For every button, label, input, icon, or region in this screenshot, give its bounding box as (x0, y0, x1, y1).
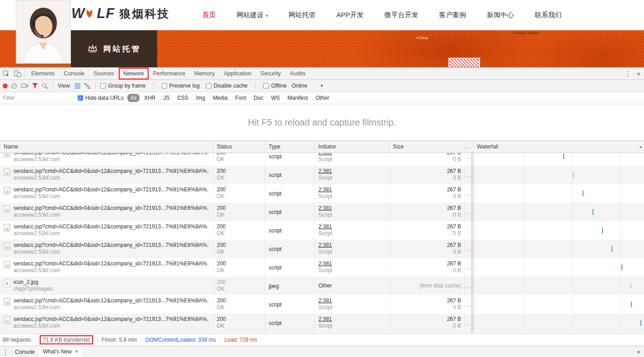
tab-performance[interactable]: Performance (149, 68, 190, 79)
filter-type-all[interactable]: All (127, 94, 140, 102)
drawer-tab-whats-new[interactable]: What's New × (39, 346, 82, 357)
close-devtools-icon[interactable]: × (633, 70, 644, 78)
filter-type-js[interactable]: JS (160, 94, 173, 102)
request-domain: accwww2.53kf.com (14, 156, 209, 163)
table-row[interactable]: JSsendacc.jsp?cmd=ACC&did=0&sid=12&compa… (0, 258, 644, 277)
nav-item-8[interactable]: 联系我们 (535, 11, 562, 19)
scroll-up-icon[interactable]: ▲ (639, 144, 643, 149)
size-transferred: 267 B (393, 168, 461, 175)
nav-item-6[interactable]: 客户案例 (439, 11, 466, 19)
tab-sources[interactable]: Sources (89, 68, 119, 79)
size-transferred: 267 B (393, 153, 461, 156)
close-drawer-icon[interactable]: × (633, 348, 644, 356)
column-header-type[interactable]: Type (265, 141, 315, 153)
search-icon[interactable] (42, 83, 48, 89)
nav-item-3[interactable]: 网站托管 (289, 11, 316, 19)
table-row[interactable]: JSsendacc.jsp?cmd=ACC&did=0&sid=12&compa… (0, 314, 644, 332)
tab-audits[interactable]: Audits (285, 68, 310, 79)
table-row[interactable]: JSsendacc.jsp?cmd=ACC&did=0&sid=12&compa… (0, 221, 644, 240)
column-header-waterfall[interactable]: Waterfall (473, 141, 644, 153)
script-file-icon: JS (4, 168, 10, 176)
throttling-select[interactable]: Online ▼ (290, 83, 326, 89)
filter-type-doc[interactable]: Doc (251, 94, 266, 102)
table-row[interactable]: ∨icon_2.jpg/App/Tpl/images200OKjpegOther… (0, 277, 644, 295)
clear-button[interactable] (11, 83, 18, 89)
filter-type-xhr[interactable]: XHR (141, 94, 159, 102)
initiator-link[interactable]: 2:381 (318, 242, 385, 249)
request-type: script (269, 172, 282, 178)
initiator-link[interactable]: 2:381 (318, 153, 385, 156)
table-row[interactable]: JSsendacc.jsp?cmd=ACC&did=0&sid=12&compa… (0, 240, 644, 258)
checkbox-disable-cache[interactable]: Disable cache (206, 83, 247, 89)
checkbox-offline[interactable]: Offline (263, 83, 286, 89)
waterfall-view-icon[interactable] (84, 83, 91, 89)
size-resource: 0 B (393, 323, 461, 329)
checkbox-label: Offline (271, 83, 286, 89)
initiator-link[interactable]: 2:381 (318, 205, 385, 212)
initiator-link[interactable]: 2:381 (318, 316, 385, 323)
resource-type-filters: AllXHRJSCSSImgMediaFontDocWSManifestOthe… (127, 94, 332, 102)
record-button[interactable] (3, 83, 8, 88)
initiator-type: Script (318, 304, 385, 311)
column-header-status[interactable]: Status (213, 141, 265, 153)
tab-console[interactable]: Console (59, 68, 89, 79)
drawer-tab-console[interactable]: Console (11, 346, 39, 357)
table-row[interactable]: JSsendacc.jsp?cmd=ACC&did=0&sid=12&compa… (0, 184, 644, 203)
table-row[interactable]: JSsendacc.jsp?cmd=ACC&did=0&sid=12&compa… (0, 203, 644, 221)
tab-security[interactable]: Security (256, 68, 285, 79)
filter-type-media[interactable]: Media (210, 94, 231, 102)
column-header-name[interactable]: Name (0, 141, 213, 153)
filter-type-manifest[interactable]: Manifest (285, 94, 311, 102)
site-logo[interactable]: W LF 狼烟科技 (71, 5, 170, 22)
nav-item-1[interactable]: 首页 (202, 11, 216, 19)
initiator-cell: 2:381Script (315, 295, 389, 314)
column-header-item[interactable]: ... (465, 141, 473, 153)
customer-service-avatar[interactable] (16, 0, 71, 64)
filter-type-font[interactable]: Font (232, 94, 249, 102)
device-toolbar-icon[interactable] (12, 68, 23, 79)
table-row[interactable]: JSsendacc.jsp?cmd=ACC&did=0&sid=12&compa… (0, 153, 644, 166)
initiator-link[interactable]: 2:381 (318, 260, 385, 267)
name-cell: ∨icon_2.jpg/App/Tpl/images (0, 277, 213, 295)
drawer-menu-icon[interactable]: ⋮ (0, 348, 11, 356)
more-options-icon[interactable]: ⋮ (622, 70, 633, 78)
hide-data-urls-label: Hide data URLs (85, 95, 124, 101)
column-header-initiator[interactable]: Initiator (315, 141, 389, 153)
status-text: OK (217, 286, 261, 292)
initiator-link[interactable]: 2:381 (318, 223, 385, 230)
tab-network[interactable]: Network (119, 68, 149, 79)
tab-memory[interactable]: Memory (190, 68, 219, 79)
filter-type-css[interactable]: CSS (174, 94, 191, 102)
hide-data-urls-checkbox[interactable]: ✓ Hide data URLs (78, 95, 124, 101)
initiator-link[interactable]: 2:381 (318, 297, 385, 304)
table-row[interactable]: JSsendacc.jsp?cmd=ACC&did=0&sid=12&compa… (0, 295, 644, 314)
filter-type-ws[interactable]: WS (268, 94, 283, 102)
initiator-link[interactable]: 2:381 (318, 168, 385, 175)
size-resource: 0 B (393, 193, 461, 200)
nav-item-4[interactable]: APP开发 (336, 11, 364, 19)
nav-item-2[interactable]: 网站建设▾ (237, 11, 268, 19)
more-cell: ... (465, 258, 473, 277)
initiator-type: Script (318, 156, 385, 163)
initiator-link[interactable]: 2:381 (318, 186, 385, 193)
table-row[interactable]: JSsendacc.jsp?cmd=ACC&did=0&sid=12&compa… (0, 166, 644, 184)
checkbox-label: Disable cache (214, 83, 247, 89)
inspect-element-icon[interactable] (0, 68, 12, 79)
tab-application[interactable]: Application (219, 68, 256, 79)
filter-type-img[interactable]: Img (193, 94, 208, 102)
checkbox-preserve-log[interactable]: Preserve log (162, 83, 200, 89)
tab-elements[interactable]: Elements (27, 68, 59, 79)
capture-screenshots-icon[interactable] (21, 83, 28, 89)
column-header-size[interactable]: Size (389, 141, 465, 153)
small-rows-view-icon[interactable] (74, 83, 81, 89)
filter-icon[interactable] (32, 83, 38, 89)
nav-item-7[interactable]: 新闻中心 (487, 11, 514, 19)
filter-input[interactable] (3, 95, 75, 101)
nav-item-5[interactable]: 微平台开发 (384, 11, 418, 19)
checkbox-group-by-frame[interactable]: Group by frame (100, 83, 145, 89)
close-tab-icon[interactable]: × (75, 348, 78, 355)
filter-type-other[interactable]: Other (313, 94, 332, 102)
size-transferred: 267 B (393, 242, 461, 249)
size-cell: 267 B0 B (389, 184, 465, 203)
request-domain: accwww2.53kf.com (14, 267, 209, 274)
